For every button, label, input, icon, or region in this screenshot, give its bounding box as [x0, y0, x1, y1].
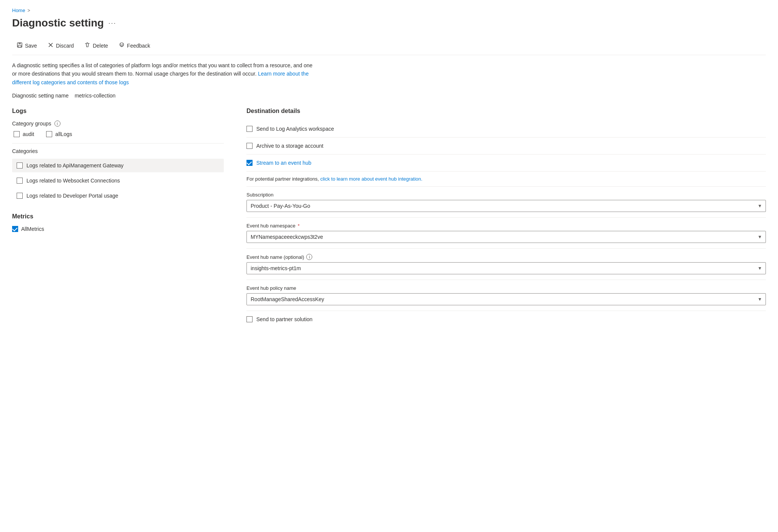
breadcrumb: Home >	[12, 8, 766, 13]
category-label-0: Logs related to ApiManagement Gateway	[26, 162, 124, 169]
log-analytics-dest-item: Send to Log Analytics workspace	[246, 121, 766, 138]
category-checkbox-1[interactable]	[17, 178, 23, 184]
subscription-field: Subscription Product - Pay-As-You-Go ▼	[246, 187, 766, 218]
event-hub-policy-field: Event hub policy name RootManageSharedAc…	[246, 280, 766, 311]
event-hub-namespace-select-wrapper: MYNamespaceeeckcwps3t2ve ▼	[246, 231, 766, 243]
allmetrics-checkbox-item: AllMetrics	[12, 226, 224, 232]
more-options-icon[interactable]: ···	[108, 19, 116, 27]
left-panel: Logs Category groups i audit allLogs Cat…	[12, 108, 224, 328]
category-item-0: Logs related to ApiManagement Gateway	[12, 159, 224, 172]
logs-section: Logs Category groups i audit allLogs Cat…	[12, 108, 224, 203]
discard-icon	[48, 42, 54, 49]
category-item-1: Logs related to Websocket Connections	[12, 174, 224, 187]
event-hub-name-select-wrapper: insights-metrics-pt1m ▼	[246, 262, 766, 274]
feedback-button[interactable]: Feedback	[114, 40, 155, 52]
category-groups-header: Category groups i	[12, 121, 224, 127]
setting-name-value: metrics-collection	[74, 93, 115, 99]
discard-button[interactable]: Discard	[43, 40, 78, 52]
event-hub-name-info-icon[interactable]: i	[306, 254, 312, 260]
subscription-label: Subscription	[246, 192, 766, 198]
toolbar: Save Discard Delete Fee	[12, 37, 766, 55]
delete-button[interactable]: Delete	[80, 40, 112, 52]
subscription-select[interactable]: Product - Pay-As-You-Go	[246, 200, 766, 212]
event-hub-namespace-label: Event hub namespace *	[246, 223, 766, 229]
partner-link[interactable]: click to learn more about event hub inte…	[320, 176, 422, 182]
log-analytics-checkbox[interactable]	[246, 126, 253, 132]
save-icon	[17, 42, 23, 49]
alllogs-label: allLogs	[55, 131, 72, 137]
logs-divider	[12, 143, 224, 144]
send-partner-row: Send to partner solution	[246, 311, 766, 328]
event-hub-policy-label: Event hub policy name	[246, 285, 766, 291]
event-hub-checkbox[interactable]	[246, 160, 253, 166]
audit-label: audit	[23, 131, 34, 137]
event-hub-policy-select[interactable]: RootManageSharedAccessKey	[246, 293, 766, 305]
svg-point-6	[121, 44, 121, 45]
breadcrumb-separator: >	[28, 8, 30, 13]
send-partner-label: Send to partner solution	[256, 316, 313, 322]
page-title: Diagnostic setting	[12, 17, 104, 29]
storage-checkbox[interactable]	[246, 143, 253, 149]
category-groups-checkboxes: audit allLogs	[12, 131, 224, 137]
main-content: Logs Category groups i audit allLogs Cat…	[12, 108, 766, 328]
storage-dest-item: Archive to a storage account	[246, 138, 766, 155]
category-label-1: Logs related to Websocket Connections	[26, 178, 120, 184]
description-text: A diagnostic setting specifies a list of…	[12, 61, 315, 87]
partner-note: For potential partner integrations, clic…	[246, 172, 766, 187]
metrics-section-title: Metrics	[12, 213, 224, 220]
metrics-section: Metrics AllMetrics	[12, 213, 224, 232]
event-hub-policy-select-wrapper: RootManageSharedAccessKey ▼	[246, 293, 766, 305]
event-hub-name-select[interactable]: insights-metrics-pt1m	[246, 262, 766, 274]
logs-section-title: Logs	[12, 108, 224, 114]
category-label-2: Logs related to Developer Portal usage	[26, 193, 118, 199]
alllogs-checkbox-item: allLogs	[46, 131, 72, 137]
delete-icon	[84, 42, 90, 49]
event-hub-name-label: Event hub name (optional) i	[246, 254, 766, 260]
categories-label: Categories	[12, 148, 224, 154]
category-groups-label: Category groups	[12, 121, 51, 127]
svg-point-7	[122, 44, 123, 45]
allmetrics-label: AllMetrics	[21, 226, 44, 232]
feedback-icon	[119, 42, 125, 49]
category-item-2: Logs related to Developer Portal usage	[12, 189, 224, 203]
category-checkbox-2[interactable]	[17, 193, 23, 199]
event-hub-namespace-field: Event hub namespace * MYNamespaceeeckcwp…	[246, 218, 766, 249]
breadcrumb-home-link[interactable]: Home	[12, 8, 25, 13]
subscription-select-wrapper: Product - Pay-As-You-Go ▼	[246, 200, 766, 212]
svg-rect-2	[18, 45, 21, 47]
category-checkbox-0[interactable]	[17, 162, 23, 169]
svg-rect-1	[19, 43, 21, 44]
event-hub-label: Stream to an event hub	[256, 160, 312, 166]
allmetrics-checkbox[interactable]	[12, 226, 18, 232]
required-star: *	[298, 223, 299, 229]
storage-label: Archive to a storage account	[256, 143, 323, 149]
page-title-row: Diagnostic setting ···	[12, 17, 766, 29]
alllogs-checkbox[interactable]	[46, 131, 52, 137]
right-panel: Destination details Send to Log Analytic…	[246, 108, 766, 328]
event-hub-namespace-select[interactable]: MYNamespaceeeckcwps3t2ve	[246, 231, 766, 243]
audit-checkbox[interactable]	[14, 131, 20, 137]
audit-checkbox-item: audit	[14, 131, 34, 137]
category-groups-info-icon[interactable]: i	[54, 121, 60, 127]
send-partner-checkbox[interactable]	[246, 316, 253, 322]
log-analytics-label: Send to Log Analytics workspace	[256, 126, 334, 132]
destination-section-title: Destination details	[246, 108, 766, 114]
setting-name-label: Diagnostic setting name	[12, 93, 68, 99]
save-button[interactable]: Save	[12, 40, 42, 52]
setting-name-row: Diagnostic setting name metrics-collecti…	[12, 93, 766, 99]
event-hub-dest-item: Stream to an event hub	[246, 155, 766, 172]
event-hub-name-field: Event hub name (optional) i insights-met…	[246, 249, 766, 280]
